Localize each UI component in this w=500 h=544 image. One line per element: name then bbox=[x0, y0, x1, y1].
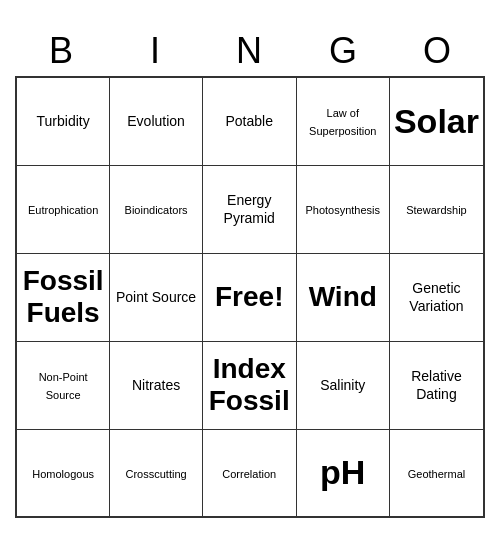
table-row: HomologousCrosscuttingCorrelationpHGeoth… bbox=[16, 429, 484, 517]
cell-content: Fossil Fuels bbox=[23, 265, 104, 328]
cell-content: pH bbox=[320, 453, 365, 491]
cell-content: Genetic Variation bbox=[409, 280, 463, 314]
bingo-cell: Wind bbox=[296, 253, 389, 341]
table-row: TurbidityEvolutionPotableLaw of Superpos… bbox=[16, 77, 484, 165]
bingo-cell: Law of Superposition bbox=[296, 77, 389, 165]
cell-content: Free! bbox=[215, 281, 283, 312]
bingo-cell: Bioindicators bbox=[110, 165, 203, 253]
bingo-cell: Index Fossil bbox=[202, 341, 296, 429]
cell-content: Stewardship bbox=[406, 204, 467, 216]
table-row: Non-Point SourceNitratesIndex FossilSali… bbox=[16, 341, 484, 429]
bingo-cell: Eutrophication bbox=[16, 165, 110, 253]
header-letter: G bbox=[297, 26, 391, 76]
bingo-grid: TurbidityEvolutionPotableLaw of Superpos… bbox=[15, 76, 485, 518]
bingo-card: BINGO TurbidityEvolutionPotableLaw of Su… bbox=[15, 26, 485, 518]
bingo-cell: Correlation bbox=[202, 429, 296, 517]
cell-content: Non-Point Source bbox=[39, 371, 88, 401]
header-letter: O bbox=[391, 26, 485, 76]
cell-content: Eutrophication bbox=[28, 204, 98, 216]
cell-content: Wind bbox=[309, 281, 377, 312]
cell-content: Energy Pyramid bbox=[224, 192, 275, 226]
bingo-cell: Salinity bbox=[296, 341, 389, 429]
cell-content: Relative Dating bbox=[411, 368, 462, 402]
table-row: EutrophicationBioindicatorsEnergy Pyrami… bbox=[16, 165, 484, 253]
bingo-cell: Turbidity bbox=[16, 77, 110, 165]
cell-content: Crosscutting bbox=[125, 468, 186, 480]
bingo-cell: Solar bbox=[389, 77, 484, 165]
table-row: Fossil FuelsPoint SourceFree!WindGenetic… bbox=[16, 253, 484, 341]
bingo-cell: Genetic Variation bbox=[389, 253, 484, 341]
bingo-cell: Homologous bbox=[16, 429, 110, 517]
cell-content: Law of Superposition bbox=[309, 107, 376, 137]
bingo-cell: Energy Pyramid bbox=[202, 165, 296, 253]
bingo-cell: Geothermal bbox=[389, 429, 484, 517]
cell-content: Point Source bbox=[116, 289, 196, 305]
cell-content: Photosynthesis bbox=[305, 204, 380, 216]
bingo-cell: Photosynthesis bbox=[296, 165, 389, 253]
cell-content: Homologous bbox=[32, 468, 94, 480]
bingo-cell: Crosscutting bbox=[110, 429, 203, 517]
cell-content: Nitrates bbox=[132, 377, 180, 393]
bingo-cell: Evolution bbox=[110, 77, 203, 165]
cell-content: Solar bbox=[394, 102, 479, 140]
bingo-cell: Point Source bbox=[110, 253, 203, 341]
cell-content: Turbidity bbox=[37, 113, 90, 129]
bingo-cell: Fossil Fuels bbox=[16, 253, 110, 341]
bingo-cell: Non-Point Source bbox=[16, 341, 110, 429]
bingo-header: BINGO bbox=[15, 26, 485, 76]
bingo-cell: pH bbox=[296, 429, 389, 517]
cell-content: Potable bbox=[225, 113, 272, 129]
cell-content: Salinity bbox=[320, 377, 365, 393]
cell-content: Index Fossil bbox=[209, 353, 290, 416]
header-letter: I bbox=[109, 26, 203, 76]
header-letter: B bbox=[15, 26, 109, 76]
cell-content: Correlation bbox=[222, 468, 276, 480]
bingo-cell: Nitrates bbox=[110, 341, 203, 429]
cell-content: Evolution bbox=[127, 113, 185, 129]
bingo-cell: Stewardship bbox=[389, 165, 484, 253]
bingo-cell: Relative Dating bbox=[389, 341, 484, 429]
bingo-cell: Potable bbox=[202, 77, 296, 165]
cell-content: Geothermal bbox=[408, 468, 465, 480]
cell-content: Bioindicators bbox=[125, 204, 188, 216]
bingo-cell: Free! bbox=[202, 253, 296, 341]
header-letter: N bbox=[203, 26, 297, 76]
